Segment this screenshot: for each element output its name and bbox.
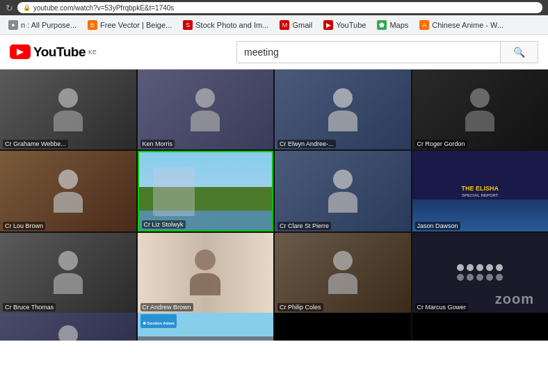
bookmark-favicon-2: B [88,20,97,30]
participant-cell-16 [412,313,549,341]
search-input[interactable] [236,41,501,63]
bookmark-favicon-7: A [419,20,429,30]
participant-name-6: Cr Liz Stolwyk [142,220,186,229]
participant-cell-5: Cr Lou Brown [0,151,136,231]
participant-name-2: Ken Morris [140,140,175,148]
bookmark-label-3: Stock Photo and Im... [195,21,268,29]
participant-name-1: Cr Grahame Webbe... [3,140,68,148]
participant-name-5: Cr Lou Brown [3,222,45,230]
participant-name-8: Jason Dawson [415,222,460,230]
bookmark-label-1: n : All Purpose... [21,21,76,29]
participant-name-9: Cr Bruce Thomas [3,303,56,311]
bookmark-maps[interactable]: ⬟ Maps [373,19,412,31]
zoom-watermark: zoom [495,291,534,307]
bookmark-favicon-6: ⬟ [377,20,387,30]
bookmark-favicon-5: ▶ [323,20,333,30]
bookmark-stockphoto[interactable]: S Stock Photo and Im... [179,19,273,31]
bookmark-freevector[interactable]: B Free Vector | Beige... [83,19,176,31]
lock-icon: 🔒 [23,4,31,11]
bookmark-favicon-1: ● [8,20,18,30]
bookmarks-bar: ● n : All Purpose... B Free Vector | Bei… [0,15,548,35]
bookmark-favicon-3: S [183,20,193,30]
search-button[interactable]: 🔍 [501,41,538,63]
participant-cell-2: Ken Morris [138,70,274,149]
video-container[interactable]: Cr Grahame Webbe... Ken Morris Cr Elwyn … [0,70,548,341]
participant-name-10: Cr Andrew Brown [140,303,193,311]
participant-cell-3: Cr Elwyn Andree-... [275,70,411,149]
bookmark-label-6: Maps [389,21,408,29]
participant-name-11: Cr Philip Coles [277,303,323,311]
participant-name-4: Cr Roger Gordon [415,140,467,148]
reload-button[interactable]: ↻ [6,3,13,13]
youtube-header: YouTube KE 🔍 [0,35,548,70]
participant-cell-8: THE ELISHA SPECIAL REPORT Jason Dawson [412,151,549,231]
browser-chrome: ↻ 🔒 youtube.com/watch?v=53yPfrqbpkE&t=17… [0,0,548,15]
bookmark-youtube[interactable]: ▶ YouTube [319,19,370,31]
participant-cell-4: Cr Roger Gordon [412,70,549,149]
participant-cell-7: Cr Clare St Pierre [275,151,411,231]
participant-cell-9: Cr Bruce Thomas [0,233,136,313]
bookmark-anime[interactable]: A Chinese Anime - W... [415,19,508,31]
youtube-icon [10,44,31,59]
play-triangle [17,49,24,56]
participant-grid: Cr Grahame Webbe... Ken Morris Cr Elwyn … [0,70,548,313]
url-text: youtube.com/watch?v=53yPfrqbpkE&t=1740s [33,4,174,12]
participant-cell-15 [275,313,411,341]
bookmark-label-4: Gmail [292,21,312,29]
participant-name-7: Cr Clare St Pierre [277,222,331,230]
bookmark-all-purpose[interactable]: ● n : All Purpose... [4,19,81,31]
search-icon: 🔍 [513,47,525,58]
participant-cell-1: Cr Grahame Webbe... [0,70,136,149]
participant-cell-13: Cr Mike Pettit [0,313,136,341]
youtube-country: KE [88,49,97,56]
participant-cell-14: ⊕ Gordon Adam Mark Morgan [138,313,274,341]
youtube-text: YouTube [33,44,86,60]
bottom-row: Cr Mike Pettit ⊕ Gordon Adam Mark Morgan [0,313,548,341]
search-bar: 🔍 [236,41,538,63]
youtube-logo[interactable]: YouTube KE [10,44,97,60]
bookmark-label-7: Chinese Anime - W... [432,21,503,29]
bookmark-favicon-4: M [280,20,289,30]
bookmark-gmail[interactable]: M Gmail [275,19,316,31]
participant-name-12: Cr Marcus Gower [415,303,469,311]
bookmark-label-5: YouTube [336,21,366,29]
participant-cell-10: Cr Andrew Brown [138,233,274,313]
participant-cell-6: Cr Liz Stolwyk [138,151,274,231]
address-bar[interactable]: 🔒 youtube.com/watch?v=53yPfrqbpkE&t=1740… [17,2,542,13]
participant-cell-11: Cr Philip Coles [275,233,411,313]
bookmark-label-2: Free Vector | Beige... [100,21,172,29]
participant-name-3: Cr Elwyn Andree-... [277,140,336,148]
